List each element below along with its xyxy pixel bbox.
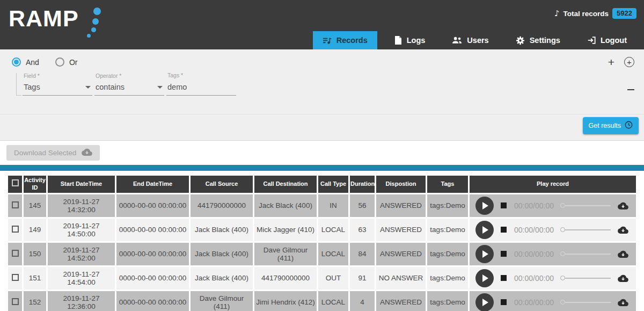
row-checkbox[interactable] <box>12 250 19 257</box>
cell-disposition: ANSWERED <box>376 219 426 241</box>
audio-player: 00:00/00:00 <box>470 269 635 287</box>
total-records-label: Total records <box>564 10 609 18</box>
download-record-icon[interactable] <box>618 226 628 234</box>
cell-call-source: Jack Black (400) <box>191 267 253 290</box>
get-results-button[interactable]: Get results <box>583 117 639 134</box>
users-icon <box>452 37 462 44</box>
music-note-icon: ♪ <box>554 9 560 18</box>
cell-disposition: ANSWERED <box>376 291 426 311</box>
select-all-checkbox[interactable] <box>12 179 19 186</box>
chevron-down-icon <box>85 86 91 89</box>
seek-track[interactable] <box>565 278 611 279</box>
radio-or[interactable]: Or <box>55 57 78 67</box>
records-table: Activity ID Start DateTime End DateTime … <box>6 174 638 311</box>
tags-input[interactable] <box>166 83 236 96</box>
stop-button[interactable] <box>501 227 507 233</box>
add-rule-icon[interactable]: + <box>608 56 614 68</box>
tab-logout[interactable]: Logout <box>577 31 636 49</box>
tab-users[interactable]: Users <box>442 31 498 49</box>
table-header: Activity ID Start DateTime End DateTime … <box>8 176 636 193</box>
filter-divider <box>0 114 644 114</box>
chevron-down-icon <box>157 86 163 89</box>
download-record-icon[interactable] <box>618 202 628 209</box>
seek-handle[interactable] <box>560 300 565 305</box>
operator-select-value: contains <box>96 83 125 91</box>
filter-logic-row: And Or + + <box>0 49 644 67</box>
logout-icon <box>587 36 596 45</box>
table-row: 145 2019-11-27 14:32:00 0000-00-00 00:00… <box>8 194 636 217</box>
row-checkbox[interactable] <box>12 298 19 305</box>
tab-logs[interactable]: Logs <box>385 31 435 49</box>
cell-end-datetime: 0000-00-00 00:00:00 <box>116 243 189 265</box>
col-call-source: Call Source <box>191 176 253 193</box>
operator-select[interactable]: Operator * contains <box>94 73 164 96</box>
row-checkbox[interactable] <box>12 274 19 281</box>
play-time: 00:00/00:00 <box>514 274 554 283</box>
download-record-icon[interactable] <box>618 299 628 306</box>
seek-track[interactable] <box>565 254 611 255</box>
play-button[interactable] <box>475 197 494 215</box>
tab-records[interactable]: Records <box>313 31 377 49</box>
cell-tags: tags:Demo <box>427 267 468 290</box>
radio-and-label: And <box>26 58 39 67</box>
cell-end-datetime: 0000-00-00 00:00:00 <box>116 291 189 311</box>
cell-checkbox <box>8 291 22 311</box>
operator-select-label: Operator * <box>94 73 164 79</box>
cell-end-datetime: 0000-00-00 00:00:00 <box>116 267 189 290</box>
cell-duration: 84 <box>350 243 375 265</box>
seek-handle[interactable] <box>560 227 565 232</box>
table-body: 145 2019-11-27 14:32:00 0000-00-00 00:00… <box>8 194 636 311</box>
stop-button[interactable] <box>501 275 507 281</box>
field-select[interactable]: Field * Tags <box>23 73 92 96</box>
seek-track[interactable] <box>565 229 611 230</box>
audio-player: 00:00/00:00 <box>470 245 635 263</box>
stop-button[interactable] <box>501 299 507 305</box>
play-button[interactable] <box>475 245 494 263</box>
seek-track[interactable] <box>565 205 611 206</box>
download-record-icon[interactable] <box>618 250 628 258</box>
tab-settings[interactable]: Settings <box>506 31 570 49</box>
play-icon <box>482 274 488 282</box>
play-button[interactable] <box>475 221 494 239</box>
total-records: ♪ Total records 5922 <box>554 8 636 19</box>
play-button[interactable] <box>475 269 494 287</box>
progress-bar <box>0 165 644 171</box>
cell-call-destination: Jimi Hendrix (412) <box>254 291 317 311</box>
get-results-label: Get results <box>589 122 621 129</box>
cell-call-type: LOCAL <box>318 243 348 265</box>
stop-button[interactable] <box>501 251 507 257</box>
play-time: 00:00/00:00 <box>514 298 554 307</box>
cell-checkbox <box>8 267 22 290</box>
seek-handle[interactable] <box>560 203 565 208</box>
play-button[interactable] <box>475 293 494 311</box>
seek-track[interactable] <box>565 302 611 303</box>
row-checkbox[interactable] <box>12 201 19 208</box>
rule-bracket <box>16 73 21 96</box>
remove-rule-icon[interactable] <box>627 89 634 96</box>
radio-and[interactable]: And <box>12 57 39 67</box>
row-checkbox[interactable] <box>12 226 19 233</box>
radio-or-icon <box>55 57 64 67</box>
cell-checkbox <box>8 219 22 241</box>
cell-start-datetime: 2019-11-27 12:36:00 <box>48 291 115 311</box>
download-selected-button[interactable]: Download Selected <box>6 145 100 161</box>
seek-handle[interactable] <box>560 251 565 256</box>
field-select-label: Field * <box>23 73 92 79</box>
gear-icon <box>516 36 525 45</box>
tab-logout-label: Logout <box>601 36 627 45</box>
seek-handle[interactable] <box>560 276 565 280</box>
add-group-icon[interactable]: + <box>624 57 634 67</box>
cell-tags: tags:Demo <box>427 194 468 217</box>
cell-tags: tags:Demo <box>427 219 468 241</box>
cell-duration: 91 <box>350 267 375 290</box>
play-icon <box>482 202 488 209</box>
field-select-value: Tags <box>24 83 40 91</box>
cell-checkbox <box>8 243 22 265</box>
table-row: 151 2019-11-27 14:54:00 0000-00-00 00:00… <box>8 267 636 290</box>
cloud-download-icon <box>82 148 92 157</box>
download-record-icon[interactable] <box>618 274 628 282</box>
cell-play-record: 00:00/00:00 <box>470 291 636 311</box>
play-icon <box>482 226 488 234</box>
stop-button[interactable] <box>501 202 507 208</box>
play-time: 00:00/00:00 <box>514 226 554 234</box>
